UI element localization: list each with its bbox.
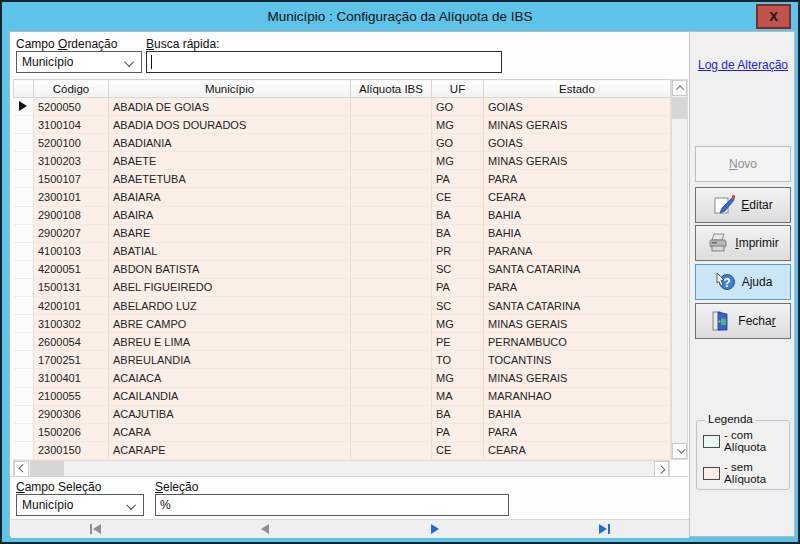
record-navigator	[11, 519, 689, 538]
sidebar-panel: Log de Alteração Novo Editar Imprimir	[689, 31, 795, 537]
row-selector-cell[interactable]	[14, 242, 34, 260]
table-row[interactable]: 1500206ACARAPAPARA	[14, 423, 671, 441]
cell-codigo: 3100203	[34, 152, 109, 170]
ajuda-button[interactable]: ? Ajuda	[695, 264, 791, 300]
row-selector-cell[interactable]	[14, 188, 34, 206]
log-de-alteracao-link[interactable]: Log de Alteração	[690, 58, 796, 72]
table-row[interactable]: 2900108ABAIRABABAHIA	[14, 206, 671, 224]
table-row[interactable]: 3100104ABADIA DOS DOURADOSMGMINAS GERAIS	[14, 116, 671, 134]
busca-rapida-label: Busca rápida:	[146, 37, 219, 51]
cell-uf: PR	[432, 242, 484, 260]
window-title: Município : Configuração da Alíquota de …	[268, 9, 533, 24]
row-selector-cell[interactable]	[14, 278, 34, 296]
row-selector-cell[interactable]	[14, 333, 34, 351]
cell-aliquota	[351, 351, 432, 369]
selector-column-header[interactable]	[14, 80, 34, 98]
cell-codigo: 1700251	[34, 351, 109, 369]
scroll-up-button[interactable]	[672, 80, 687, 96]
table-row[interactable]: 2600054ABREU E LIMAPEPERNAMBUCO	[14, 333, 671, 351]
close-icon: X	[769, 9, 778, 24]
table-row[interactable]: 2100055ACAILANDIAMAMARANHAO	[14, 387, 671, 405]
campo-selecao-select[interactable]: Município	[16, 494, 144, 516]
cell-codigo: 3100104	[34, 116, 109, 134]
table-row[interactable]: 1700251ABREULANDIATOTOCANTINS	[14, 351, 671, 369]
row-selector-cell[interactable]	[14, 423, 34, 441]
row-selector-cell[interactable]	[14, 152, 34, 170]
cell-uf: BA	[432, 405, 484, 423]
scroll-right-button[interactable]	[654, 461, 669, 477]
campo-ordenacao-select[interactable]: Município	[16, 51, 142, 73]
cell-aliquota	[351, 224, 432, 242]
cell-aliquota	[351, 369, 432, 387]
close-button[interactable]: X	[756, 4, 791, 29]
cell-aliquota	[351, 242, 432, 260]
table-row[interactable]: 4100103ABATIALPRPARANA	[14, 242, 671, 260]
scroll-left-button[interactable]	[14, 461, 29, 477]
row-selector-cell[interactable]	[14, 441, 34, 459]
row-selector-cell[interactable]	[14, 98, 34, 116]
cell-municipio: ABREU E LIMA	[109, 333, 351, 351]
vertical-scroll-thumb[interactable]	[672, 97, 687, 119]
horizontal-scroll-thumb[interactable]	[30, 461, 64, 476]
cell-codigo: 4200051	[34, 260, 109, 278]
busca-rapida-input[interactable]	[146, 51, 502, 73]
row-selector-cell[interactable]	[14, 297, 34, 315]
editar-button[interactable]: Editar	[695, 187, 791, 223]
cell-codigo: 2300101	[34, 188, 109, 206]
sem-aliquota-swatch	[703, 467, 720, 480]
table-row[interactable]: 2300150ACARAPECECEARA	[14, 441, 671, 459]
cell-aliquota	[351, 333, 432, 351]
chevron-down-icon	[126, 500, 136, 510]
imprimir-button[interactable]: Imprimir	[695, 225, 791, 261]
cell-codigo: 1500206	[34, 423, 109, 441]
table-row[interactable]: 5200100ABADIANIAGOGOIAS	[14, 134, 671, 152]
cell-municipio: ABDON BATISTA	[109, 260, 351, 278]
row-selector-cell[interactable]	[14, 116, 34, 134]
row-selector-cell[interactable]	[14, 224, 34, 242]
column-header-aliquota[interactable]: Alíquota IBS	[351, 80, 432, 98]
table-row[interactable]: 3100401ACAIACAMGMINAS GERAIS	[14, 369, 671, 387]
selecao-input[interactable]: %	[155, 494, 509, 516]
row-selector-cell[interactable]	[14, 315, 34, 333]
cell-estado: GOIAS	[484, 134, 671, 152]
table-row[interactable]: 2900207ABAREBABAHIA	[14, 224, 671, 242]
row-selector-cell[interactable]	[14, 405, 34, 423]
table-row[interactable]: 4200101ABELARDO LUZSCSANTA CATARINA	[14, 297, 671, 315]
fechar-button[interactable]: Fechar	[695, 303, 791, 339]
nav-first-button[interactable]	[11, 520, 181, 538]
column-header-codigo[interactable]: Código	[34, 80, 109, 98]
table-row[interactable]: 2300101ABAIARACECEARA	[14, 188, 671, 206]
row-selector-cell[interactable]	[14, 134, 34, 152]
row-selector-cell[interactable]	[14, 351, 34, 369]
cell-estado: PARA	[484, 170, 671, 188]
cell-municipio: ABADIA DOS DOURADOS	[109, 116, 351, 134]
column-header-municipio[interactable]: Município	[109, 80, 351, 98]
cell-aliquota	[351, 441, 432, 459]
cell-codigo: 4200101	[34, 297, 109, 315]
title-bar[interactable]: Município : Configuração da Alíquota de …	[2, 2, 798, 30]
nav-next-button[interactable]	[350, 520, 520, 538]
cell-codigo: 1500131	[34, 278, 109, 296]
row-selector-cell[interactable]	[14, 170, 34, 188]
column-header-uf[interactable]: UF	[432, 80, 484, 98]
table-row[interactable]: 3100203ABAETEMGMINAS GERAIS	[14, 152, 671, 170]
table-row[interactable]: 4200051ABDON BATISTASCSANTA CATARINA	[14, 260, 671, 278]
table-row[interactable]: 2900306ACAJUTIBABABAHIA	[14, 405, 671, 423]
row-selector-cell[interactable]	[14, 260, 34, 278]
vertical-scrollbar[interactable]	[671, 79, 688, 460]
nav-previous-button[interactable]	[181, 520, 351, 538]
row-selector-cell[interactable]	[14, 387, 34, 405]
cell-municipio: ACAIACA	[109, 369, 351, 387]
table-row[interactable]: 1500107ABAETETUBAPAPARA	[14, 170, 671, 188]
column-header-estado[interactable]: Estado	[484, 80, 671, 98]
novo-button[interactable]: Novo	[695, 146, 791, 182]
table-row[interactable]: 1500131ABEL FIGUEIREDOPAPARA	[14, 278, 671, 296]
table-row[interactable]: 3100302ABRE CAMPOMGMINAS GERAIS	[14, 315, 671, 333]
nav-last-button[interactable]	[520, 520, 690, 538]
scroll-down-button[interactable]	[672, 443, 687, 459]
cell-aliquota	[351, 260, 432, 278]
table-row[interactable]: 5200050ABADIA DE GOIASGOGOIAS	[14, 98, 671, 116]
horizontal-scrollbar[interactable]	[13, 460, 670, 477]
row-selector-cell[interactable]	[14, 206, 34, 224]
row-selector-cell[interactable]	[14, 369, 34, 387]
